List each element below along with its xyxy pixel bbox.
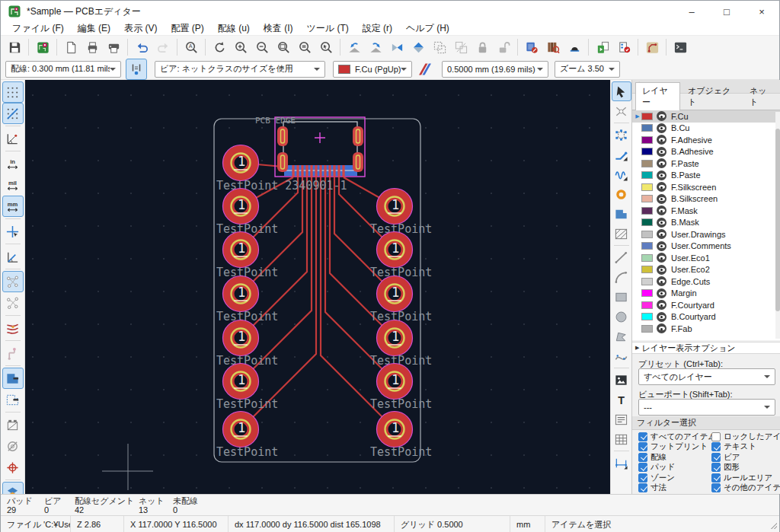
- layer-row-B.Cu[interactable]: B.Cu: [632, 123, 780, 135]
- redo-button[interactable]: [152, 37, 174, 58]
- visibility-eye-icon[interactable]: [657, 253, 667, 263]
- layer-color-swatch[interactable]: [641, 113, 653, 120]
- sketch-vias-button[interactable]: [2, 457, 24, 478]
- layer-color-swatch[interactable]: [641, 160, 653, 167]
- highlight-net-button[interactable]: [2, 342, 24, 364]
- units-mm-button[interactable]: mm: [2, 196, 24, 217]
- flip-vertical-button[interactable]: [408, 37, 429, 58]
- plot-button[interactable]: [103, 37, 124, 58]
- menu-item-3[interactable]: 配置 (P): [164, 22, 210, 35]
- footprint-browser-button[interactable]: [542, 37, 564, 58]
- draw-bezier-button[interactable]: [612, 346, 631, 366]
- ratsnest-button[interactable]: [2, 271, 24, 292]
- zoom-fit-objects-button[interactable]: [294, 37, 315, 58]
- layer-row-User.Comments[interactable]: User.Comments: [632, 241, 780, 253]
- layer-color-swatch[interactable]: [641, 207, 653, 215]
- viewport-dropdown[interactable]: ---: [638, 399, 775, 416]
- layer-row-B.Courtyard[interactable]: B.Courtyard: [632, 311, 780, 323]
- zoom-level-dropdown[interactable]: ズーム 3.50: [555, 61, 620, 78]
- zoom-fit-page-button[interactable]: [273, 37, 294, 58]
- visibility-eye-icon[interactable]: [657, 300, 667, 310]
- layer-row-F.Courtyard[interactable]: F.Courtyard: [632, 299, 780, 311]
- text-box-button[interactable]: [612, 409, 631, 429]
- layer-color-swatch[interactable]: [641, 289, 653, 297]
- grid-overrides-button[interactable]: [2, 103, 24, 124]
- tab-レイヤー[interactable]: レイヤー: [635, 82, 680, 110]
- update-pcb-from-schematic-button[interactable]: [592, 37, 613, 58]
- visibility-eye-icon[interactable]: [657, 111, 667, 121]
- testpoint-pad[interactable]: 1: [377, 276, 413, 312]
- scrollbar-thumb[interactable]: [775, 129, 780, 311]
- filter-item-2[interactable]: フットプリント: [638, 442, 711, 453]
- drc-button[interactable]: [613, 37, 635, 58]
- visibility-eye-icon[interactable]: [657, 194, 667, 204]
- draw-circle-button[interactable]: [612, 307, 631, 327]
- layer-row-User.Eco1[interactable]: User.Eco1: [632, 252, 780, 264]
- layer-row-F.Adhesive[interactable]: F.Adhesive: [632, 134, 780, 146]
- layer-color-swatch[interactable]: [641, 148, 653, 155]
- draw-line-button[interactable]: [612, 247, 631, 267]
- testpoint-pad[interactable]: 1: [223, 320, 259, 356]
- layer-display-options[interactable]: ▶ レイヤー表示オプション: [632, 342, 780, 354]
- place-image-button[interactable]: [612, 370, 631, 390]
- menu-item-1[interactable]: 編集 (E): [71, 22, 117, 35]
- visibility-eye-icon[interactable]: [657, 323, 667, 333]
- layer-row-Margin[interactable]: Margin: [632, 288, 780, 300]
- checkbox[interactable]: [638, 442, 647, 451]
- rotate-cw-button[interactable]: [365, 37, 386, 58]
- testpoint-pad[interactable]: 1: [377, 189, 413, 225]
- layer-row-User.Drawings[interactable]: User.Drawings: [632, 228, 780, 241]
- checkbox[interactable]: [711, 463, 721, 472]
- close-button[interactable]: ×: [744, 1, 779, 22]
- tab-オブジェクト[interactable]: オブジェクト: [681, 82, 742, 110]
- layer-color-swatch[interactable]: [641, 218, 653, 226]
- menu-item-4[interactable]: 配線 (u): [211, 22, 257, 35]
- layer-color-swatch[interactable]: [641, 242, 653, 250]
- visibility-eye-icon[interactable]: [657, 288, 667, 298]
- visibility-eye-icon[interactable]: [657, 205, 667, 215]
- checkbox[interactable]: [711, 453, 721, 462]
- visibility-eye-icon[interactable]: [657, 276, 667, 286]
- sketch-footprints-button[interactable]: [2, 414, 24, 435]
- menu-item-6[interactable]: ツール (T): [299, 22, 355, 35]
- draw-arc-button[interactable]: [612, 267, 631, 287]
- visibility-eye-icon[interactable]: [657, 147, 667, 157]
- visibility-eye-icon[interactable]: [657, 135, 667, 145]
- track-width-dropdown[interactable]: 配線: 0.300 mm (11.81 mils): [5, 61, 121, 78]
- checkbox[interactable]: [711, 483, 721, 492]
- testpoint-pad[interactable]: 1: [223, 412, 259, 448]
- layer-color-swatch[interactable]: [641, 231, 653, 238]
- layer-color-swatch[interactable]: [641, 183, 653, 191]
- visibility-eye-icon[interactable]: [657, 123, 667, 133]
- testpoint-pad[interactable]: 1: [223, 276, 259, 312]
- undo-button[interactable]: [131, 37, 152, 58]
- layer-color-swatch[interactable]: [641, 124, 653, 132]
- visibility-eye-icon[interactable]: [657, 265, 667, 275]
- layer-row-B.Paste[interactable]: B.Paste: [632, 170, 780, 182]
- place-text-button[interactable]: T: [612, 390, 631, 409]
- testpoint-pad[interactable]: 1: [223, 364, 259, 400]
- print-button[interactable]: [82, 37, 103, 58]
- local-ratsnest-button[interactable]: [612, 101, 631, 121]
- filter-item-0[interactable]: すべてのアイテム: [638, 432, 711, 442]
- visibility-eye-icon[interactable]: [657, 182, 667, 192]
- minimize-button[interactable]: –: [674, 1, 709, 22]
- crosshair-cursor-button[interactable]: [2, 221, 24, 242]
- layer-row-B.Mask[interactable]: B.Mask: [632, 217, 780, 229]
- draw-zone-button[interactable]: [612, 204, 631, 224]
- dimension-button[interactable]: [612, 453, 631, 473]
- draw-polygon-button[interactable]: [612, 327, 631, 346]
- filter-item-4[interactable]: 配線: [638, 452, 711, 463]
- filter-item-10[interactable]: 寸法: [638, 483, 711, 494]
- layer-color-swatch[interactable]: [641, 301, 653, 309]
- layers-scrollbar[interactable]: [775, 112, 780, 339]
- layer-pair-button[interactable]: [414, 59, 436, 80]
- visibility-eye-icon[interactable]: [657, 158, 667, 168]
- testpoint-pad[interactable]: 1: [223, 145, 259, 181]
- curved-tracks-button[interactable]: [2, 317, 24, 339]
- menu-item-0[interactable]: ファイル (F): [5, 22, 71, 35]
- tune-length-button[interactable]: [612, 164, 631, 184]
- testpoint-pad[interactable]: 1: [223, 232, 259, 268]
- unlock-button[interactable]: [493, 37, 514, 58]
- scripting-console-button[interactable]: [670, 37, 691, 58]
